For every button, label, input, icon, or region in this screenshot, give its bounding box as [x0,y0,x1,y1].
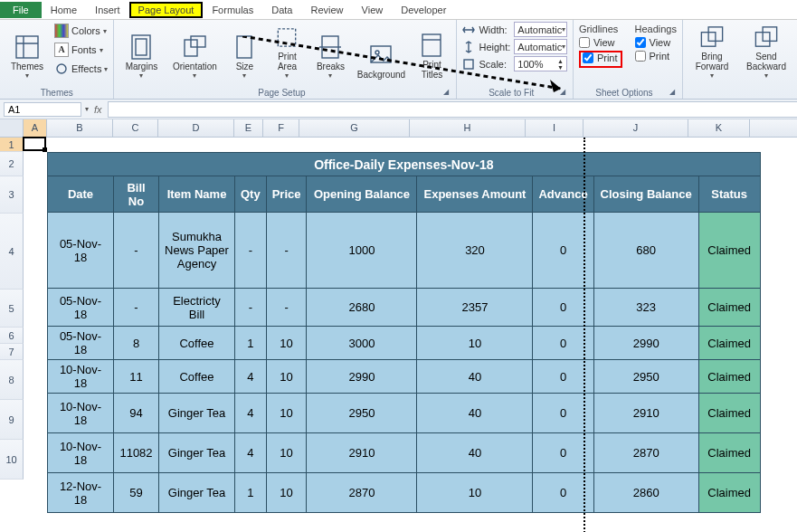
tab-insert[interactable]: Insert [86,2,129,18]
row-header-8[interactable]: 8 [0,360,24,400]
formula-bar: ▾ fx [0,100,797,119]
headings-print-checkbox[interactable]: Print [635,51,677,62]
row-header-3[interactable]: 3 [0,176,24,214]
select-all-triangle[interactable] [0,119,24,137]
col-header-D[interactable]: D [158,119,234,137]
sheet-options-launcher[interactable]: ◢ [669,88,677,99]
svg-rect-0 [16,36,38,58]
page-break-line [584,138,585,532]
fonts-button[interactable]: AFonts ▾ [54,41,108,59]
breaks-button[interactable]: Breaks▾ [311,22,349,81]
send-backward-button[interactable]: Send Backward▾ [741,22,792,81]
height-label: Height: [479,42,510,52]
svg-rect-12 [422,34,441,56]
tab-review[interactable]: Review [301,2,352,18]
height-icon [462,41,475,53]
gridlines-print-checkbox[interactable]: Print [583,52,618,63]
tab-file[interactable]: File [0,2,42,18]
background-icon [366,41,395,70]
worksheet-grid: ABCDEFGHIJK 12345678910 Office-Daily Exp… [0,119,797,532]
row-header-5[interactable]: 5 [0,290,24,328]
print-area-button[interactable]: Print Area▾ [268,22,306,81]
bring-forward-button[interactable]: Bring Forward▾ [688,22,735,81]
ribbon-tabs: File Home Insert Page Layout Formulas Da… [0,0,797,20]
colors-icon [54,24,69,38]
svg-point-1 [57,64,66,73]
col-header-B[interactable]: B [47,119,113,137]
scale-spinner[interactable]: 100%▲▼ [514,56,567,71]
effects-button[interactable]: Effects ▾ [54,60,108,78]
tab-page-layout[interactable]: Page Layout [129,2,204,18]
page-setup-launcher[interactable]: ◢ [443,88,451,99]
orientation-icon [180,33,209,62]
width-label: Width: [479,24,510,35]
col-header-I[interactable]: I [526,119,584,137]
print-titles-icon [417,31,446,60]
tab-formulas[interactable]: Formulas [203,2,262,18]
col-header-J[interactable]: J [584,119,688,137]
margins-button[interactable]: Margins▾ [119,22,163,81]
tab-data[interactable]: Data [262,2,301,18]
colors-button[interactable]: Colors ▾ [54,22,108,40]
size-icon [230,33,259,62]
col-header-G[interactable]: G [299,119,410,137]
group-label-sheet-options: Sheet Options [579,88,669,99]
name-box[interactable] [4,102,81,117]
fonts-icon: A [54,43,69,57]
tab-developer[interactable]: Developer [392,2,455,18]
fx-icon[interactable]: fx [89,104,108,115]
group-label-themes: Themes [5,88,108,99]
svg-rect-3 [136,39,147,55]
gridlines-header: Gridlines [579,24,622,34]
row-header-1[interactable]: 1 [0,138,24,152]
group-label-page-setup: Page Setup [119,88,443,99]
col-header-F[interactable]: F [263,119,299,137]
scale-label: Scale: [479,59,510,70]
themes-button[interactable]: Themes▾ [5,22,49,81]
row-header-10[interactable]: 10 [0,440,24,480]
gridlines-view-checkbox[interactable]: View [579,37,622,48]
formula-input[interactable] [108,101,797,118]
scale-launcher[interactable]: ◢ [560,88,567,99]
headings-header: Headings [635,24,677,34]
row-header-7[interactable]: 7 [0,344,24,360]
col-header-E[interactable]: E [234,119,263,137]
width-combo[interactable]: Automatic▾ [514,22,567,37]
margins-icon [127,33,156,62]
svg-rect-14 [464,60,473,69]
row-header-9[interactable]: 9 [0,400,24,440]
send-backward-icon [752,24,781,52]
tab-home[interactable]: Home [42,2,86,18]
group-sheet-options: Gridlines View Print Headings View Print… [574,20,683,99]
background-button[interactable]: Background [355,22,407,81]
row-headers: 12345678910 [0,138,24,532]
print-titles-button[interactable]: Print Titles [413,22,451,81]
height-combo[interactable]: Automatic▾ [514,39,567,54]
orientation-button[interactable]: Orientation▾ [168,22,221,81]
scale-icon [462,58,475,71]
group-page-setup: Margins▾ Orientation▾ Size▾ Print Area▾ … [114,20,457,99]
col-header-C[interactable]: C [113,119,158,137]
width-icon [462,24,475,36]
row-header-2[interactable]: 2 [0,152,24,176]
col-header-K[interactable]: K [688,119,750,137]
ribbon: Themes▾ Colors ▾ AFonts ▾ Effects ▾ Them… [0,20,797,100]
group-label-scale: Scale to Fit [462,88,559,99]
expenses-table: Office-Daily Expenses-Nov-18DateBill NoI… [47,152,761,513]
size-button[interactable]: Size▾ [226,22,262,81]
headings-view-checkbox[interactable]: View [635,37,677,48]
cells-area[interactable]: Office-Daily Expenses-Nov-18DateBill NoI… [24,138,797,532]
bring-forward-icon [697,24,726,52]
active-cell [23,137,46,151]
print-area-icon [272,24,301,52]
col-header-A[interactable]: A [24,119,47,137]
group-themes: Themes▾ Colors ▾ AFonts ▾ Effects ▾ Them… [0,20,114,99]
group-arrange: Bring Forward▾ Send Backward▾ [683,20,797,99]
row-header-6[interactable]: 6 [0,328,24,344]
col-header-H[interactable]: H [410,119,526,137]
tab-view[interactable]: View [353,2,393,18]
breaks-icon [316,33,345,62]
svg-rect-6 [237,36,251,58]
row-header-4[interactable]: 4 [0,214,24,290]
column-headers: ABCDEFGHIJK [0,119,797,138]
